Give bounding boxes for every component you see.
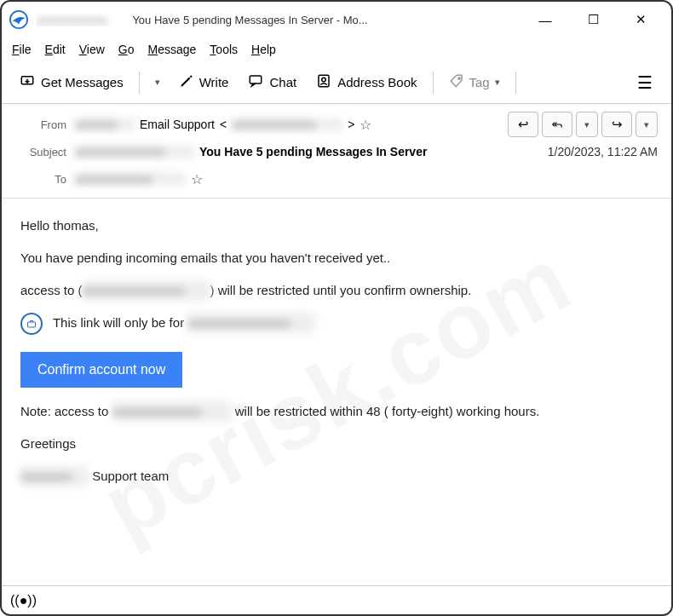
svg-rect-2 — [250, 76, 262, 83]
star-icon[interactable]: ☆ — [360, 117, 371, 133]
to-label: To — [15, 173, 66, 186]
reply-all-button[interactable] — [542, 112, 572, 137]
svg-rect-6 — [28, 322, 36, 327]
address-book-icon — [315, 73, 332, 91]
thunderbird-icon — [9, 9, 29, 30]
chevron-down-icon: ▾ — [155, 77, 160, 88]
menu-tools[interactable]: Tools — [210, 43, 238, 56]
menu-view[interactable]: View — [79, 43, 105, 56]
chat-icon — [247, 73, 264, 91]
pencil-icon — [179, 73, 194, 91]
activity-icon: ((●)) — [10, 593, 37, 608]
subject-text: You Have 5 pending Messages In Server — [199, 145, 427, 158]
from-name: Email Support — [140, 118, 215, 131]
tag-label: Tag — [469, 75, 490, 89]
toolbar: Get Messages ▾ Write Chat Address Book — [2, 61, 671, 104]
menu-message[interactable]: Message — [148, 43, 197, 56]
more-actions-dropdown[interactable]: ▾ — [636, 112, 658, 137]
titlebar: xxxxxxxxxxxxx You Have 5 pending Message… — [2, 2, 671, 37]
write-label: Write — [199, 75, 229, 89]
star-icon[interactable]: ☆ — [191, 171, 203, 187]
chat-label: Chat — [269, 75, 296, 89]
menu-go[interactable]: Go — [118, 43, 135, 56]
subject-label: Subject — [15, 146, 66, 158]
window-title: xxxxxxxxxxxxx You Have 5 pending Message… — [36, 14, 532, 26]
separator — [515, 72, 516, 94]
chat-button[interactable]: Chat — [240, 70, 303, 95]
message-headers: From xxxxxxx Email Support <xxxxxxxxxxxx… — [2, 104, 671, 199]
app-menu-button[interactable]: ☰ — [629, 69, 661, 96]
message-actions: ↩ ▾ ↪ ▾ — [508, 112, 658, 137]
close-button[interactable]: ✕ — [627, 6, 654, 33]
address-book-label: Address Book — [337, 75, 417, 89]
body-signature: xxxxxxxx Support team — [20, 466, 653, 486]
body-greetings: Greetings — [20, 434, 653, 454]
get-messages-label: Get Messages — [41, 75, 124, 89]
forward-button[interactable]: ↪ — [601, 112, 632, 137]
confirm-account-button[interactable]: Confirm account now — [20, 352, 182, 388]
menu-help[interactable]: Help — [251, 43, 276, 56]
briefcase-icon — [20, 313, 43, 335]
reply-dropdown[interactable]: ▾ — [576, 112, 598, 137]
subject-value: xxxxxxxxxxxxxxx You Have 5 pending Messa… — [75, 145, 538, 158]
body-line2: access to (xxxxxxxxxxxxxxxx) will be res… — [20, 280, 653, 301]
svg-point-5 — [457, 78, 459, 79]
menu-file[interactable]: File — [12, 43, 32, 56]
chevron-down-icon: ▾ — [495, 77, 500, 88]
message-date: 1/20/2023, 11:22 AM — [548, 145, 658, 158]
write-button[interactable]: Write — [172, 70, 236, 95]
minimize-button[interactable]: — — [532, 6, 559, 33]
svg-point-4 — [322, 78, 326, 82]
statusbar: ((●)) — [2, 585, 671, 614]
body-line3: This link will only be for xxxxxxxxxxxxx… — [20, 313, 653, 335]
to-value: xxxxxxxxxxxxx ☆ — [75, 171, 658, 187]
maximize-button[interactable]: ☐ — [579, 6, 607, 33]
separator — [433, 72, 434, 94]
inbox-icon — [19, 73, 36, 91]
menubar: File Edit View Go Message Tools Help — [2, 37, 671, 61]
body-line1: You have pending incoming emails that yo… — [20, 248, 653, 268]
tag-button[interactable]: Tag ▾ — [442, 70, 507, 95]
from-value: xxxxxxx Email Support <xxxxxxxxxxxxxx> ☆ — [75, 117, 508, 133]
from-label: From — [15, 118, 66, 131]
body-note: Note: access to xxxxxxxxxxxxxx will be r… — [20, 401, 653, 422]
menu-edit[interactable]: Edit — [45, 43, 66, 56]
tag-icon — [449, 73, 464, 91]
get-messages-button[interactable]: Get Messages — [12, 70, 130, 95]
get-messages-dropdown[interactable]: ▾ — [148, 73, 167, 91]
separator — [139, 72, 140, 94]
reply-button[interactable]: ↩ — [508, 112, 538, 137]
body-greeting: Hello thomas, — [20, 216, 653, 236]
address-book-button[interactable]: Address Book — [308, 70, 423, 95]
message-body: pcrisk.com Hello thomas, You have pendin… — [2, 199, 671, 585]
